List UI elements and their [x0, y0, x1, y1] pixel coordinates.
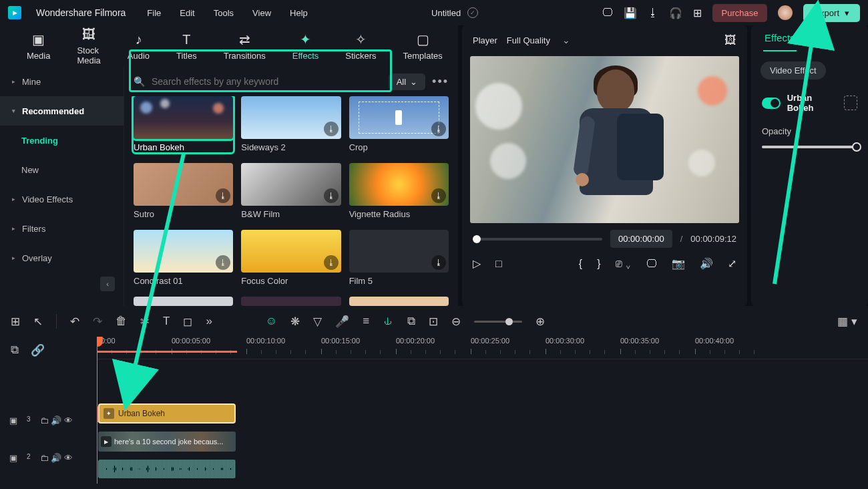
tab-audio[interactable]: ♪Audio: [114, 32, 163, 61]
effect-card-partial[interactable]: [241, 297, 341, 306]
effect-card-partial[interactable]: [134, 297, 233, 306]
tab-titles[interactable]: TTitles: [163, 32, 210, 61]
snapshot-icon[interactable]: 🖼: [724, 33, 736, 47]
duplicate-icon[interactable]: ⧉: [11, 343, 19, 357]
tab-stickers[interactable]: ✧Stickers: [332, 31, 389, 61]
user-avatar[interactable]: [778, 5, 793, 20]
timeline-ruler[interactable]: 00:0000:00:05:0000:00:10:0000:00:15:0000…: [97, 337, 868, 359]
menu-tools[interactable]: Tools: [214, 8, 234, 18]
save-icon[interactable]: 💾: [624, 7, 637, 19]
fullscreen-button[interactable]: ⤢: [728, 257, 736, 270]
video-preview[interactable]: [470, 56, 739, 223]
delete-button[interactable]: 🗑: [116, 315, 127, 328]
track-size-icon[interactable]: ▦ ▾: [837, 315, 857, 329]
effect-clip-urban-bokeh[interactable]: ✦Urban Bokeh: [98, 403, 236, 424]
layout-icon[interactable]: ⊞: [11, 315, 20, 329]
sidebar-item-filters[interactable]: ▸Filters: [0, 214, 124, 243]
sidebar-item-overlay[interactable]: ▸Overlay: [0, 243, 124, 273]
effect-card-sideways-2[interactable]: ⭳Sideways 2: [241, 96, 341, 152]
mark-in-button[interactable]: {: [579, 258, 582, 270]
collapse-sidebar-button[interactable]: ‹: [100, 277, 115, 291]
keyframe-icon[interactable]: ⊡: [429, 315, 438, 329]
effect-card-urban-bokeh[interactable]: Urban Bokeh: [134, 96, 233, 152]
effect-card-focus-color[interactable]: ⭳Focus Color: [241, 230, 341, 286]
display-settings-button[interactable]: 🖵: [646, 258, 657, 270]
apps-grid-icon[interactable]: ⊞: [693, 7, 702, 19]
volume-button[interactable]: 🔊: [700, 257, 713, 270]
effect-card-vignette-radius[interactable]: ⭳Vignette Radius: [349, 163, 449, 219]
headphones-icon[interactable]: 🎧: [669, 7, 682, 19]
audio-waveform-clip[interactable]: [98, 460, 236, 478]
tab-stock-media[interactable]: 🖽Stock Media: [63, 27, 114, 65]
more-tools-button[interactable]: »: [206, 315, 212, 328]
download-icon[interactable]: ⭳: [324, 255, 339, 270]
voiceover-icon[interactable]: 🎤: [335, 315, 349, 329]
sidebar-item-mine[interactable]: ▸Mine: [0, 67, 124, 96]
video-clip[interactable]: ▶here's a 10 second joke becaus...: [98, 432, 236, 452]
crop-tool-icon[interactable]: ◻: [183, 315, 192, 329]
scrub-bar[interactable]: [473, 238, 602, 240]
cloud-icon[interactable]: ⭳: [648, 7, 658, 19]
download-icon[interactable]: ⭳: [216, 188, 230, 203]
download-icon[interactable]: ⭳: [431, 188, 446, 203]
download-icon[interactable]: ⭳: [216, 255, 230, 270]
reset-effect-button[interactable]: [844, 96, 857, 110]
camera-icon[interactable]: 📷: [672, 257, 685, 270]
more-options-button[interactable]: •••: [432, 75, 449, 89]
export-button[interactable]: Export: [803, 4, 860, 22]
menu-view[interactable]: View: [252, 8, 271, 18]
download-icon[interactable]: ⭳: [324, 122, 339, 136]
stop-button[interactable]: □: [495, 258, 502, 270]
audio-mixer-icon[interactable]: ≡: [363, 315, 369, 328]
effect-card-film-5[interactable]: ⭳Film 5: [349, 230, 449, 286]
tab-media[interactable]: ▣Media: [13, 31, 63, 61]
effect-card-crop[interactable]: ⭳Crop: [349, 96, 449, 152]
mark-out-button[interactable]: }: [597, 258, 600, 270]
sidebar-item-trending[interactable]: Trending: [0, 126, 124, 155]
tab-templates[interactable]: ▢Templates: [390, 31, 456, 61]
redo-button[interactable]: ↷: [93, 315, 102, 329]
clip-display-button[interactable]: ⎚ ⌄: [616, 258, 632, 270]
filter-dropdown[interactable]: All⌄: [389, 73, 425, 90]
track-header-2[interactable]: ▣2 🗀 🔊 👁: [0, 444, 97, 471]
marker-tool-icon[interactable]: ▽: [313, 315, 322, 329]
effect-card-partial[interactable]: [349, 297, 449, 306]
sidebar-item-video-effects[interactable]: ▸Video Effects: [0, 184, 124, 214]
tab-effects[interactable]: ✦Effects: [279, 31, 333, 61]
menu-edit[interactable]: Edit: [180, 8, 194, 18]
undo-button[interactable]: ↶: [70, 315, 79, 329]
opacity-slider[interactable]: [762, 146, 857, 148]
menu-file[interactable]: File: [147, 8, 161, 18]
effect-card-conctrast-01[interactable]: ⭳Conctrast 01: [134, 230, 233, 286]
link-icon[interactable]: 🔗: [31, 343, 45, 357]
quality-dropdown[interactable]: Full Quality: [507, 35, 570, 45]
track-header-3[interactable]: ▣3 🗀 🔊 👁: [0, 407, 97, 434]
timeline-tracks-area[interactable]: 00:0000:00:05:0000:00:10:0000:00:15:0000…: [97, 337, 868, 484]
ai-button[interactable]: ☺: [266, 315, 277, 328]
search-input[interactable]: [152, 76, 382, 87]
tab-transitions[interactable]: ⇄Transitions: [210, 31, 279, 61]
download-icon[interactable]: ⭳: [431, 255, 446, 270]
zoom-slider[interactable]: [474, 321, 522, 323]
magnetic-icon[interactable]: ⫝: [383, 315, 394, 328]
purchase-button[interactable]: Purchase: [712, 4, 768, 22]
download-icon[interactable]: ⭳: [324, 188, 339, 203]
properties-tab-effects[interactable]: Effects: [763, 32, 797, 51]
color-tool-icon[interactable]: ❋: [290, 315, 300, 329]
zoom-out-button[interactable]: ⊖: [451, 315, 461, 329]
sidebar-item-new[interactable]: New: [0, 155, 124, 184]
sidebar-item-recommended[interactable]: ▾Recommended: [0, 96, 124, 126]
text-tool-icon[interactable]: T: [163, 315, 170, 328]
effect-card-sutro[interactable]: ⭳Sutro: [134, 163, 233, 219]
play-button[interactable]: ▷: [473, 257, 481, 270]
menu-help[interactable]: Help: [290, 8, 308, 18]
cursor-tool-icon[interactable]: ↖: [33, 315, 43, 329]
effect-enable-toggle[interactable]: [762, 98, 781, 109]
zoom-in-button[interactable]: ⊕: [535, 315, 545, 329]
download-icon[interactable]: ⭳: [431, 122, 446, 136]
video-effect-chip[interactable]: Video Effect: [761, 61, 826, 79]
effect-card-b&w-film[interactable]: ⭳B&W Film: [241, 163, 341, 219]
group-icon[interactable]: ⧉: [407, 315, 415, 328]
device-icon[interactable]: 🖵: [602, 7, 613, 19]
split-button[interactable]: ✂: [140, 315, 150, 329]
